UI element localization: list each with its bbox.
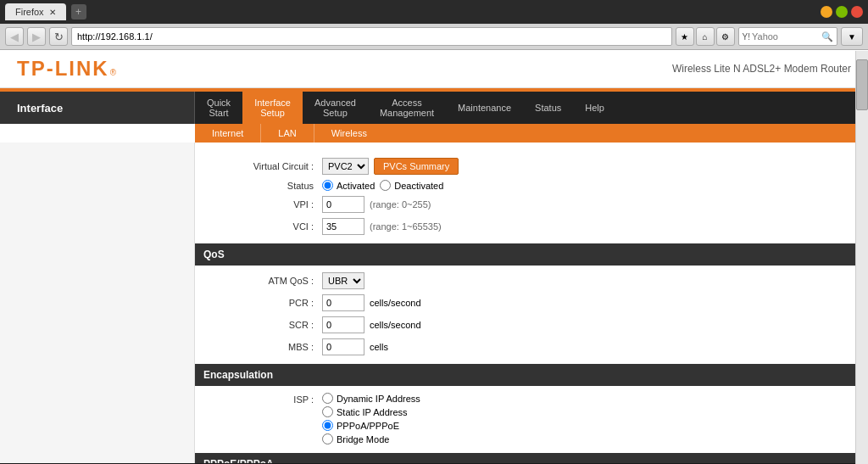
tab-label: Firefox [15,7,44,17]
encapsulation-section-header: Encapsulation [195,364,868,386]
refresh-button[interactable]: ↻ [49,27,68,46]
router-body: Virtual Circuit : PVC2 PVCs Summary Stat… [0,143,868,463]
virtual-circuit-select[interactable]: PVC2 [322,158,369,175]
vci-row: VCI : (range: 1~65535) [212,218,851,235]
home-icon[interactable]: ⌂ [696,27,715,46]
tp-link-logo: TP-LINK ® [17,57,116,81]
scr-row: SCR : cells/second [212,316,851,333]
status-label: Status [212,181,322,191]
nav-quick-start[interactable]: QuickStart [195,92,242,124]
back-button[interactable]: ◀ [5,27,24,46]
atm-qos-select[interactable]: UBR [322,272,364,289]
sidebar-nav-title: Interface [0,92,195,124]
nav-maintenance[interactable]: Maintenance [446,92,523,124]
pppoe-section-header: PPPoE/PPPoA [195,453,868,463]
vpi-range: (range: 0~255) [370,199,431,210]
sub-nav-internet[interactable]: Internet [195,124,261,143]
sub-nav: Internet LAN Wireless [195,124,868,143]
vpi-label: VPI : [212,199,322,210]
new-tab-button[interactable]: + [71,4,86,20]
vpi-input[interactable] [322,196,364,213]
atm-qos-label: ATM QoS : [212,276,322,286]
address-bar[interactable] [71,27,672,46]
isp-row: ISP : Dynamic IP Address Static IP Addre… [212,393,851,444]
pvcs-summary-button[interactable]: PVCs Summary [374,158,459,175]
isp-bridge-mode[interactable]: Bridge Mode [322,433,420,444]
sub-nav-wireless[interactable]: Wireless [314,124,384,143]
isp-pppoe-pppoa[interactable]: PPPoA/PPPoE [322,420,420,431]
maximize-btn[interactable] [836,6,848,18]
pcr-row: PCR : cells/second [212,294,851,311]
status-activated-radio[interactable]: Activated [322,180,375,191]
browser-chrome: Firefox ✕ + ◀ ▶ ↻ ★ ⌂ ⚙ Y! 🔍 ▼ [0,0,868,50]
toolbar-icons: ★ ⌂ ⚙ [676,27,735,46]
addon-icon[interactable]: ▼ [841,27,863,46]
scr-input[interactable] [322,316,364,333]
sub-nav-lan[interactable]: LAN [261,124,314,143]
router-subtitle: Wireless Lite N ADSL2+ Modem Router [672,63,851,75]
status-row: Status Activated Deactivated [212,180,851,191]
isp-label: ISP : [212,393,322,405]
search-engine-icon: Y! [743,32,750,42]
virtual-circuit-label: Virtual Circuit : [212,161,322,171]
search-input[interactable] [752,31,820,42]
status-deactivated-radio[interactable]: Deactivated [380,180,443,191]
tab-close-btn[interactable]: ✕ [49,8,56,17]
forward-button[interactable]: ▶ [27,27,46,46]
pcr-input[interactable] [322,294,364,311]
scrollbar-thumb[interactable] [856,59,868,110]
browser-tab[interactable]: Firefox ✕ [5,3,66,20]
mbs-input[interactable] [322,338,364,355]
browser-toolbar: ◀ ▶ ↻ ★ ⌂ ⚙ Y! 🔍 ▼ [0,24,868,50]
content-area: Virtual Circuit : PVC2 PVCs Summary Stat… [195,143,868,463]
sidebar [0,143,195,463]
minimize-btn[interactable] [821,6,832,18]
browser-titlebar: Firefox ✕ + [0,0,868,24]
main-nav: Interface QuickStart InterfaceSetup Adva… [0,92,868,124]
settings-icon[interactable]: ⚙ [716,27,735,46]
isp-options-group: Dynamic IP Address Static IP Address PPP… [322,393,420,444]
mbs-unit: cells [370,342,388,352]
isp-static-ip[interactable]: Static IP Address [322,406,420,417]
nav-advanced-setup[interactable]: AdvancedSetup [303,92,368,124]
search-go-icon[interactable]: 🔍 [821,31,833,42]
router-header: TP-LINK ® Wireless Lite N ADSL2+ Modem R… [0,50,868,88]
vci-input[interactable] [322,218,364,235]
isp-dynamic-ip[interactable]: Dynamic IP Address [322,393,420,404]
nav-access-management[interactable]: AccessManagement [368,92,446,124]
nav-interface-setup[interactable]: InterfaceSetup [242,92,303,124]
qos-section-header: QoS [195,243,868,266]
mbs-row: MBS : cells [212,338,851,355]
close-btn[interactable] [851,6,863,18]
nav-status[interactable]: Status [523,92,573,124]
virtual-circuit-value: PVC2 PVCs Summary [322,158,459,175]
scrollbar-track[interactable] [855,51,868,464]
vpi-row: VPI : (range: 0~255) [212,196,851,213]
mbs-label: MBS : [212,342,322,352]
scr-label: SCR : [212,320,322,330]
vci-label: VCI : [212,221,322,232]
pcr-unit: cells/second [370,298,421,308]
search-bar[interactable]: Y! 🔍 [738,27,837,46]
page-content: TP-LINK ® Wireless Lite N ADSL2+ Modem R… [0,50,868,463]
virtual-circuit-row: Virtual Circuit : PVC2 PVCs Summary [212,158,851,175]
nav-help[interactable]: Help [573,92,616,124]
atm-qos-row: ATM QoS : UBR [212,272,851,289]
vci-range: (range: 1~65535) [370,221,442,232]
pcr-label: PCR : [212,298,322,308]
scr-unit: cells/second [370,320,421,330]
bookmark-icon[interactable]: ★ [676,27,694,46]
